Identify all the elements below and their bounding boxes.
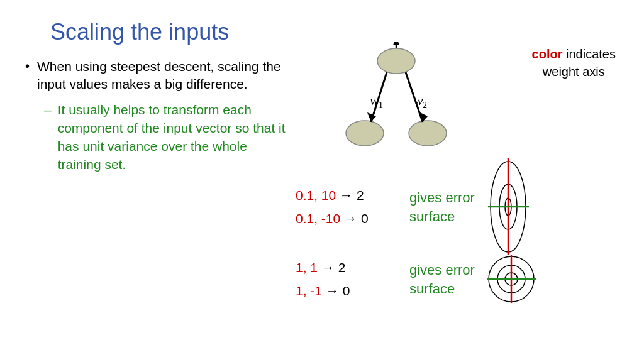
data-values-top: 0.1, 10 → 2 0.1, -10 → 0 <box>296 184 399 231</box>
data-bottom-l2-val: 0 <box>343 283 350 298</box>
bullet-1-text: When using steepest descent, scaling the… <box>37 58 289 94</box>
data-bottom-l2-arrow: → <box>326 283 343 298</box>
left-panel: • When using steepest descent, scaling t… <box>25 58 289 174</box>
right-panel: color indicatesweight axis <box>296 58 619 174</box>
gives-error-top: gives errorsurface <box>409 189 475 226</box>
error-section-bottom: 1, 1 → 2 1, -1 → 0 gives errorsurface <box>296 253 538 306</box>
svg-point-2 <box>409 121 447 146</box>
bullet-dot: • <box>25 59 30 74</box>
color-word: color <box>532 47 563 61</box>
data-top-line2: 0.1, -10 → 0 <box>296 207 399 231</box>
data-bottom-l1-val: 2 <box>338 260 346 275</box>
data-top-l2-val: 0 <box>361 211 369 226</box>
data-top-line1: 0.1, 10 → 2 <box>296 184 399 207</box>
svg-text:w: w <box>414 92 423 108</box>
sub-dash: – <box>44 102 52 118</box>
data-top-l1-arrow: → <box>340 188 357 202</box>
data-bottom-line2: 1, -1 → 0 <box>296 280 399 303</box>
data-top-l2-red: 0.1, -10 <box>296 211 340 226</box>
data-top-l1-val: 2 <box>357 188 364 202</box>
svg-text:2: 2 <box>423 101 427 110</box>
data-values-bottom: 1, 1 → 2 1, -1 → 0 <box>296 256 399 303</box>
data-bottom-l1-red: 1, 1 <box>296 260 318 275</box>
data-bottom-l1-arrow: → <box>321 260 338 275</box>
svg-point-1 <box>346 121 384 146</box>
data-bottom-l2-red: 1, -1 <box>296 283 322 298</box>
svg-point-0 <box>377 48 415 74</box>
slide-title: Scaling the inputs <box>50 19 619 45</box>
content-area: • When using steepest descent, scaling t… <box>25 58 619 174</box>
data-bottom-line1: 1, 1 → 2 <box>296 256 399 280</box>
error-surface-circle <box>485 253 538 306</box>
color-label: color indicatesweight axis <box>532 45 616 80</box>
bullet-1: • When using steepest descent, scaling t… <box>25 58 289 94</box>
error-section-top: 0.1, 10 → 2 0.1, -10 → 0 gives errorsurf… <box>296 155 532 259</box>
slide: Scaling the inputs • When using steepest… <box>0 0 644 362</box>
sub-bullet-1-text: It usually helps to transform each compo… <box>58 101 289 174</box>
svg-marker-8 <box>393 42 399 45</box>
data-top-l1-red: 0.1, 10 <box>296 188 336 202</box>
svg-text:w: w <box>370 92 379 108</box>
data-top-l2-arrow: → <box>344 211 361 226</box>
sub-bullet-1: – It usually helps to transform each com… <box>44 101 289 174</box>
neural-network-diagram: w 1 w 2 <box>327 42 465 155</box>
svg-text:1: 1 <box>379 101 383 110</box>
error-surface-elongated <box>485 155 532 259</box>
gives-error-bottom: gives errorsurface <box>409 261 475 298</box>
